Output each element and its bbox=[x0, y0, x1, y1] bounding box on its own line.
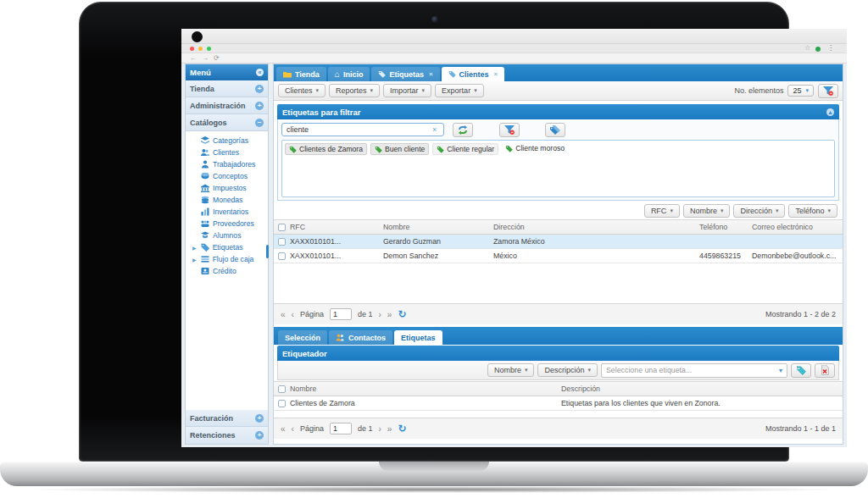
tag-search-input[interactable] bbox=[281, 123, 444, 136]
page-number-input[interactable] bbox=[330, 423, 352, 434]
select-all-checkbox[interactable] bbox=[278, 224, 286, 231]
reload-icon[interactable]: ⟳ bbox=[214, 54, 220, 62]
col-header-descripcion[interactable]: Descripción bbox=[557, 385, 843, 393]
prev-page-icon[interactable]: ‹ bbox=[292, 310, 294, 319]
table-row[interactable]: XAXX010101... Gerardo Guzman Zamora Méxi… bbox=[274, 235, 843, 249]
col-header-direccion[interactable]: Dirección bbox=[489, 223, 695, 231]
remove-tag-button[interactable] bbox=[815, 363, 835, 378]
col-header-correo[interactable]: Correo electrónico bbox=[748, 223, 843, 231]
sidebar-item-inventarios[interactable]: Inventarios bbox=[186, 206, 268, 218]
filter-telefono-button[interactable]: Teléfono▾ bbox=[788, 204, 837, 218]
refresh-icon[interactable]: ↻ bbox=[398, 308, 406, 320]
refresh-icon[interactable]: ↻ bbox=[398, 423, 406, 434]
elements-count-select[interactable]: 25▾ bbox=[787, 85, 814, 97]
tab-clientes[interactable]: Clientes × bbox=[442, 67, 505, 81]
row-checkbox[interactable] bbox=[278, 252, 286, 260]
tag-chip[interactable]: Cliente moroso bbox=[502, 143, 568, 153]
sidebar-section-catalogos[interactable]: Catálogos − bbox=[186, 114, 268, 131]
refresh-tags-button[interactable] bbox=[453, 123, 473, 137]
first-page-icon[interactable]: « bbox=[281, 424, 286, 434]
sidebar-item-conceptos[interactable]: Conceptos bbox=[186, 170, 268, 182]
clientes-menu-button[interactable]: Clientes▾ bbox=[278, 84, 326, 97]
row-checkbox[interactable] bbox=[278, 238, 286, 246]
clear-filter-button[interactable] bbox=[818, 84, 838, 98]
filter-direccion-button[interactable]: Dirección▾ bbox=[733, 204, 785, 218]
sidebar-item-etiquetas[interactable]: ▶ Etiquetas bbox=[186, 241, 268, 253]
tab-contactos[interactable]: Contactos bbox=[329, 330, 392, 345]
back-icon[interactable]: ← bbox=[190, 54, 197, 62]
sidebar-header[interactable]: Menú « bbox=[186, 64, 268, 80]
sidebar-section-administracion[interactable]: Administración + bbox=[186, 97, 268, 114]
expand-arrow-icon[interactable]: ▶ bbox=[192, 257, 197, 263]
close-tab-icon[interactable]: × bbox=[494, 70, 498, 78]
tag-select[interactable]: Seleccione una etiqueta... ▾ bbox=[601, 363, 787, 378]
col-header-nombre[interactable]: Nombre bbox=[379, 223, 489, 231]
minimize-window-button[interactable] bbox=[198, 47, 203, 51]
minus-circle-icon[interactable]: − bbox=[255, 119, 264, 127]
prev-page-icon[interactable]: ‹ bbox=[292, 424, 294, 434]
sidebar-section-tienda[interactable]: Tienda + bbox=[186, 80, 268, 97]
remove-filter-button[interactable] bbox=[499, 123, 520, 137]
bookmark-star-icon[interactable]: ☆ bbox=[804, 44, 810, 52]
first-page-icon[interactable]: « bbox=[281, 310, 286, 319]
tab-seleccion[interactable]: Selección bbox=[278, 330, 327, 345]
sidebar-item-trabajadores[interactable]: Trabajadores bbox=[186, 158, 268, 170]
col-header-telefono[interactable]: Teléfono bbox=[695, 223, 748, 231]
tag-chip[interactable]: Cliente regular bbox=[432, 143, 498, 155]
tab-tienda[interactable]: Tienda bbox=[276, 67, 326, 81]
plus-circle-icon[interactable]: + bbox=[255, 102, 264, 110]
filter-rfc-button[interactable]: RFC▾ bbox=[644, 204, 680, 218]
next-page-icon[interactable]: › bbox=[378, 310, 381, 319]
sidebar-item-monedas[interactable]: Monedas bbox=[186, 194, 268, 206]
copy-tags-button[interactable] bbox=[545, 123, 565, 137]
tab-etiquetas[interactable]: Etiquetas × bbox=[371, 67, 439, 81]
importar-menu-button[interactable]: Importar▾ bbox=[383, 84, 431, 97]
sidebar-item-proveedores[interactable]: Proveedores bbox=[186, 218, 268, 230]
reportes-menu-button[interactable]: Reportes▾ bbox=[329, 84, 380, 97]
close-tab-icon[interactable]: × bbox=[429, 70, 433, 78]
table-row[interactable]: Clientes de Zamora Etiquetas para los cl… bbox=[274, 396, 843, 411]
next-page-icon[interactable]: › bbox=[378, 424, 381, 434]
plus-circle-icon[interactable]: + bbox=[255, 431, 264, 440]
col-header-nombre[interactable]: Nombre bbox=[286, 385, 557, 393]
tag-label: Cliente moroso bbox=[515, 144, 565, 152]
col-header-rfc[interactable]: RFC bbox=[286, 223, 379, 231]
etq-filter-descripcion-button[interactable]: Descripción▾ bbox=[537, 363, 598, 377]
tag-green-icon bbox=[505, 145, 513, 152]
tag-chip[interactable]: Clientes de Zamora bbox=[285, 143, 367, 155]
browser-menu-icon[interactable]: ⋮ bbox=[827, 44, 834, 52]
sidebar-section-facturacion[interactable]: Facturación + bbox=[186, 410, 268, 427]
close-window-button[interactable] bbox=[190, 47, 194, 51]
exportar-menu-button[interactable]: Exportar▾ bbox=[435, 84, 484, 97]
etq-filter-nombre-button[interactable]: Nombre▾ bbox=[487, 363, 535, 377]
sidebar-item-impuestos[interactable]: Impuestos bbox=[186, 182, 268, 194]
plus-circle-icon[interactable]: + bbox=[255, 414, 264, 423]
tab-etiquetas-detail[interactable]: Etiquetas bbox=[394, 330, 442, 345]
sidebar-section-retenciones[interactable]: Retenciones + bbox=[186, 427, 268, 444]
row-checkbox[interactable] bbox=[278, 400, 286, 407]
add-tag-button[interactable] bbox=[791, 363, 811, 378]
sidebar-item-categorias[interactable]: Categorías bbox=[186, 135, 268, 147]
filter-nombre-button[interactable]: Nombre▾ bbox=[683, 204, 731, 218]
collapse-sidebar-icon[interactable]: « bbox=[256, 69, 264, 76]
sidebar-item-clientes[interactable]: Clientes bbox=[186, 147, 268, 158]
last-page-icon[interactable]: » bbox=[387, 310, 392, 319]
traffic-light-row: ☆ ⋮ bbox=[181, 44, 847, 53]
collapse-panel-icon[interactable]: ▲ bbox=[826, 108, 834, 116]
plus-circle-icon[interactable]: + bbox=[255, 85, 264, 93]
zoom-window-button[interactable] bbox=[207, 47, 211, 51]
table-row[interactable]: XAXX010101... Demon Sanchez México 44598… bbox=[274, 249, 843, 263]
sidebar-scrollbar-thumb[interactable] bbox=[266, 245, 269, 258]
sidebar-item-credito[interactable]: Crédito bbox=[186, 265, 268, 277]
last-page-icon[interactable]: » bbox=[387, 424, 392, 434]
forward-icon[interactable]: → bbox=[202, 54, 209, 62]
expand-arrow-icon[interactable]: ▶ bbox=[192, 245, 197, 251]
sidebar-item-flujo-de-caja[interactable]: ▶ Flujo de caja bbox=[186, 253, 268, 265]
tab-inicio[interactable]: ⌂ Inicio bbox=[328, 67, 370, 81]
clear-search-icon[interactable]: × bbox=[432, 125, 437, 134]
sidebar-item-alumnos[interactable]: Alumnos bbox=[186, 230, 268, 241]
page-number-input[interactable] bbox=[330, 308, 352, 320]
extension-icon[interactable] bbox=[815, 47, 821, 52]
select-all-checkbox[interactable] bbox=[278, 385, 286, 393]
tag-chip[interactable]: Buen cliente bbox=[370, 143, 429, 155]
